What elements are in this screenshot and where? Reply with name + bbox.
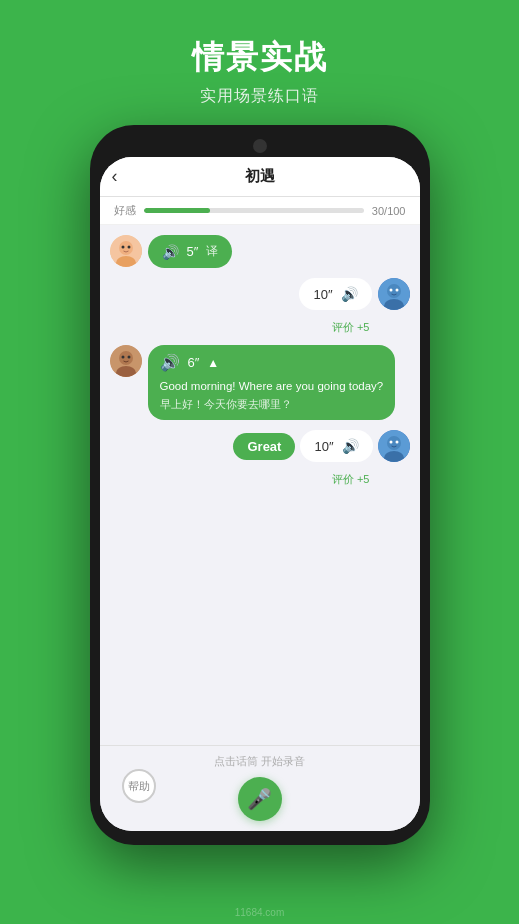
score-row-2: 评价 +5 [110, 472, 410, 487]
audio-bubble-left-1[interactable]: 🔊 5″ 译 [148, 235, 233, 268]
phone-frame: ‹ 初遇 好感 30/100 [90, 125, 430, 845]
svg-point-14 [127, 356, 130, 359]
svg-point-4 [127, 246, 130, 249]
sound-icon: 🔊 [342, 438, 359, 454]
chat-area: 🔊 5″ 译 10″ [100, 225, 420, 745]
avatar-female1 [110, 235, 142, 267]
svg-point-13 [121, 356, 124, 359]
english-text: Good morning! Where are you going today? [160, 378, 384, 395]
score-row: 评价 +5 [110, 320, 410, 335]
app-footer: 点击话筒 开始录音 🎤 帮助 [100, 745, 420, 831]
svg-point-11 [119, 351, 133, 365]
svg-point-16 [387, 436, 401, 450]
message-row: 🔊 5″ 译 [110, 235, 410, 268]
score-label: 评价 +5 [332, 320, 370, 335]
sound-icon: 🔊 [160, 353, 180, 372]
svg-point-19 [395, 441, 398, 444]
avatar-male [378, 278, 410, 310]
progress-value: 30/100 [372, 205, 406, 217]
help-label: 帮助 [128, 779, 150, 794]
svg-point-18 [389, 441, 392, 444]
svg-point-3 [121, 246, 124, 249]
duration-label: 10″ [314, 439, 333, 454]
watermark: 11684.com [0, 907, 519, 918]
duration-label: 5″ [187, 244, 199, 259]
sound-icon: 🔊 [162, 244, 179, 260]
message-row: 10″ 🔊 [110, 278, 410, 310]
page-subtitle: 实用场景练口语 [200, 86, 319, 107]
audio-bubble-right-1[interactable]: 10″ 🔊 [299, 278, 371, 310]
combo-row: Great 10″ 🔊 [110, 430, 410, 462]
translate-button[interactable]: 译 [206, 243, 218, 260]
app-header: ‹ 初遇 [100, 157, 420, 197]
progress-row: 好感 30/100 [100, 197, 420, 225]
svg-point-8 [389, 289, 392, 292]
expanded-text: Good morning! Where are you going today?… [160, 378, 384, 412]
sound-icon: 🔊 [341, 286, 358, 302]
progress-bar-background [144, 208, 364, 213]
duration-label: 6″ [188, 355, 200, 370]
chevron-up-icon: ▲ [207, 356, 219, 370]
progress-label: 好感 [114, 203, 136, 218]
audio-bubble-right-2[interactable]: 10″ 🔊 [300, 430, 372, 462]
back-button[interactable]: ‹ [112, 166, 118, 187]
chinese-text: 早上好！今天你要去哪里？ [160, 398, 384, 412]
svg-point-6 [387, 284, 401, 298]
svg-point-9 [395, 289, 398, 292]
top-section: 情景实战 实用场景练口语 [0, 0, 519, 125]
phone-screen: ‹ 初遇 好感 30/100 [100, 157, 420, 831]
header-title: 初遇 [245, 167, 275, 186]
svg-point-1 [119, 241, 133, 255]
score-label-2: 评价 +5 [332, 472, 370, 487]
expanded-audio-bubble[interactable]: 🔊 6″ ▲ Good morning! Where are you going… [148, 345, 396, 420]
avatar-female2 [110, 345, 142, 377]
mic-button[interactable]: 🎤 [238, 777, 282, 821]
help-button[interactable]: 帮助 [122, 769, 156, 803]
page-title: 情景实战 [192, 36, 328, 80]
duration-label: 10″ [313, 287, 332, 302]
phone-notch [253, 139, 267, 153]
footer-hint: 点击话筒 开始录音 [214, 754, 305, 769]
mic-icon: 🎤 [247, 787, 272, 811]
avatar-male-2 [378, 430, 410, 462]
expanded-header: 🔊 6″ ▲ [160, 353, 384, 372]
message-row: 🔊 6″ ▲ Good morning! Where are you going… [110, 345, 410, 420]
great-button[interactable]: Great [233, 433, 295, 460]
progress-bar-fill [144, 208, 210, 213]
